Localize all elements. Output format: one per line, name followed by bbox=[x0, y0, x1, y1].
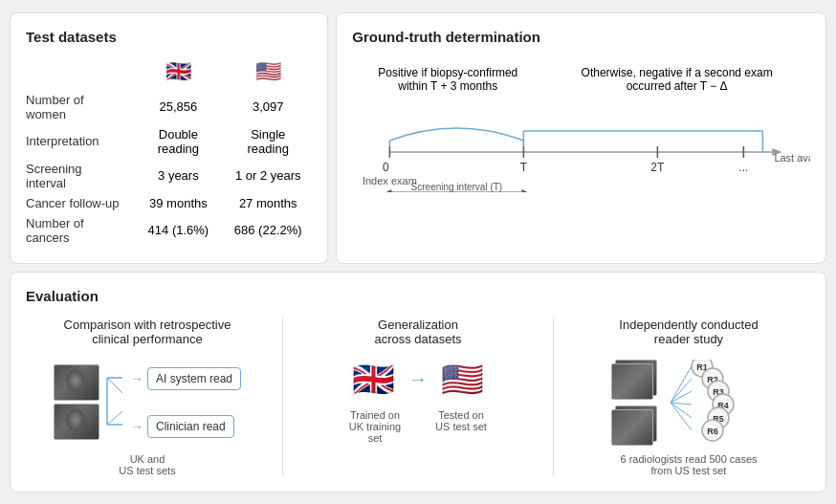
ai-read-row: → AI system read bbox=[130, 367, 241, 390]
test-datasets-title: Test datasets bbox=[26, 29, 312, 45]
svg-line-31 bbox=[671, 403, 692, 430]
divider-1 bbox=[282, 318, 283, 476]
divider-2 bbox=[553, 318, 554, 476]
svg-line-27 bbox=[671, 379, 692, 403]
row-label: Interpretation bbox=[26, 124, 133, 159]
row-label: Cancer follow-up bbox=[26, 193, 133, 213]
table-row: Number of cancers 414 (1.6%) 686 (22.2%) bbox=[26, 213, 312, 248]
table-row: Interpretation Double reading Single rea… bbox=[26, 124, 312, 159]
row-us: 1 or 2 years bbox=[224, 159, 312, 193]
panel1-title: Comparison with retrospectiveclinical pe… bbox=[64, 318, 231, 346]
row-us: 27 months bbox=[224, 193, 312, 213]
uk-us-label: UK andUS test sets bbox=[119, 453, 175, 476]
svg-text:T: T bbox=[520, 161, 528, 174]
row-uk: Double reading bbox=[133, 124, 225, 159]
clinician-read-box: Clinician read bbox=[147, 415, 234, 438]
evaluation-title: Evaluation bbox=[26, 288, 810, 304]
svg-line-29 bbox=[671, 403, 692, 405]
uk-flag-gen: 🇬🇧 bbox=[352, 360, 395, 400]
table-row: Cancer follow-up 39 months 27 months bbox=[26, 193, 312, 213]
row-us: 686 (22.2%) bbox=[224, 213, 312, 248]
arrow-gen: → bbox=[408, 368, 428, 390]
svg-marker-18 bbox=[386, 189, 392, 192]
svg-marker-17 bbox=[522, 189, 528, 192]
svg-line-25 bbox=[107, 411, 122, 425]
tested-label: Tested onUS test set bbox=[428, 409, 495, 444]
row-uk: 414 (1.6%) bbox=[133, 213, 225, 248]
gt-label-right: Otherwise, negative if a second exam occ… bbox=[543, 66, 810, 93]
eval-panel-reader: Independently conductedreader study bbox=[567, 318, 810, 476]
main-container: Test datasets 🇬🇧 🇺🇸 Number of women 25,8… bbox=[10, 12, 826, 493]
svg-text:R6: R6 bbox=[707, 427, 718, 436]
arrow-to-clinician: → bbox=[130, 419, 143, 434]
mammo-img-2 bbox=[54, 404, 99, 440]
gt-label-left: Positive if biopsy-confirmed within T + … bbox=[352, 66, 543, 93]
svg-line-24 bbox=[107, 378, 122, 393]
gen-panel-content: 🇬🇧 → 🇺🇸 Trained onUK training set Tested… bbox=[341, 360, 495, 444]
test-datasets-card: Test datasets 🇬🇧 🇺🇸 Number of women 25,8… bbox=[10, 12, 328, 264]
arrow-to-ai: → bbox=[130, 371, 143, 386]
reader-lines-svg: R1 R2 R3 R4 R5 bbox=[671, 360, 766, 446]
trained-label: Trained onUK training set bbox=[341, 409, 408, 444]
timeline-container: Positive if biopsy-confirmed within T + … bbox=[352, 56, 810, 224]
row-uk: 39 months bbox=[133, 193, 225, 213]
svg-text:...: ... bbox=[739, 161, 749, 174]
table-row: Number of women 25,856 3,097 bbox=[26, 90, 312, 124]
svg-text:Screening interval (T): Screening interval (T) bbox=[411, 182, 503, 192]
mammogram-stack bbox=[54, 364, 99, 440]
ai-diagram: → AI system read → Clinician read bbox=[54, 360, 241, 446]
mammo-img-1 bbox=[54, 364, 99, 401]
arrow-box-group: → AI system read → Clinician read bbox=[130, 367, 241, 438]
eval-panel-comparison: Comparison with retrospectiveclinical pe… bbox=[26, 318, 269, 476]
svg-text:Index exam: Index exam bbox=[363, 175, 417, 186]
gen-labels: Trained onUK training set Tested onUS te… bbox=[341, 409, 495, 444]
us-flag-gen: 🇺🇸 bbox=[441, 360, 484, 400]
evaluation-content: Comparison with retrospectiveclinical pe… bbox=[26, 318, 810, 476]
reader-mammo-front-2 bbox=[611, 409, 653, 446]
reader-mammo-front-1 bbox=[611, 363, 653, 400]
ground-truth-title: Ground-truth determination bbox=[352, 29, 810, 45]
table-row: Screening interval 3 years 1 or 2 years bbox=[26, 159, 312, 193]
row-label: Screening interval bbox=[26, 159, 133, 193]
row-uk: 25,856 bbox=[133, 90, 225, 124]
evaluation-card: Evaluation Comparison with retrospective… bbox=[10, 272, 826, 493]
row-us: Single reading bbox=[224, 124, 312, 159]
timeline-svg: 0 T 2T ... Index exam bbox=[352, 97, 810, 192]
svg-text:0: 0 bbox=[383, 161, 389, 174]
datasets-table: 🇬🇧 🇺🇸 Number of women 25,856 3,097 Inter… bbox=[26, 56, 312, 248]
eval-panel-generalization: Generalizationacross datasets 🇬🇧 → 🇺🇸 Tr… bbox=[297, 318, 539, 444]
reader-mammo-stack bbox=[611, 360, 665, 446]
row-label: Number of cancers bbox=[26, 213, 133, 248]
panel2-title: Generalizationacross datasets bbox=[374, 318, 461, 346]
uk-flag-header: 🇬🇧 bbox=[133, 56, 225, 90]
row-label: Number of women bbox=[26, 90, 133, 124]
connection-lines bbox=[105, 360, 124, 446]
row-uk: 3 years bbox=[133, 159, 225, 193]
reader-study-label: 6 radiologists read 500 casesfrom US tes… bbox=[620, 453, 757, 476]
us-flag-header: 🇺🇸 bbox=[224, 56, 312, 90]
flag-arrow-row: 🇬🇧 → 🇺🇸 bbox=[352, 360, 484, 400]
clinician-read-row: → Clinician read bbox=[130, 415, 241, 438]
svg-text:2T: 2T bbox=[651, 161, 666, 174]
svg-text:Last available data: Last available data bbox=[775, 152, 810, 164]
ground-truth-card: Ground-truth determination Positive if b… bbox=[336, 12, 826, 264]
panel3-title: Independently conductedreader study bbox=[619, 318, 758, 346]
row-us: 3,097 bbox=[224, 90, 312, 124]
svg-line-30 bbox=[671, 403, 692, 418]
top-row: Test datasets 🇬🇧 🇺🇸 Number of women 25,8… bbox=[10, 12, 826, 264]
reader-content: R1 R2 R3 R4 R5 bbox=[611, 360, 766, 446]
ai-read-box: AI system read bbox=[147, 367, 241, 390]
